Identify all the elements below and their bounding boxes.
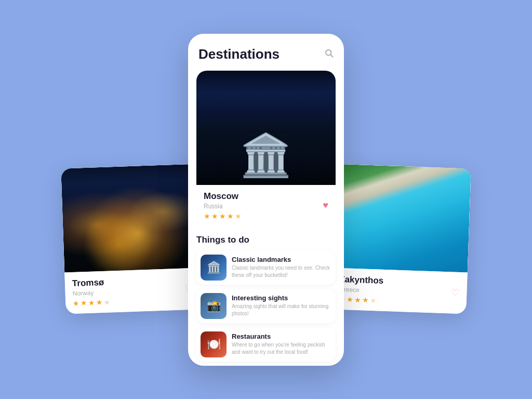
landmarks-thumbnail: 🏛️ <box>201 255 227 281</box>
tromso-image <box>61 164 200 273</box>
moscow-star-2: ★ <box>211 212 218 220</box>
activity-list: 🏛️ Classic landmarks Classic landmarks y… <box>196 250 336 362</box>
landmarks-thumb-image: 🏛️ <box>201 255 227 281</box>
landmarks-title: Classic landmarks <box>232 256 331 263</box>
things-to-do-section: Things to do 🏛️ Classic landmarks Classi… <box>188 227 344 366</box>
zak-star-2: ★ <box>347 295 354 303</box>
star-5: ★ <box>104 298 111 306</box>
featured-destination-card[interactable]: Moscow Russia ★ ★ ★ ★ ★ ♥ <box>196 71 336 227</box>
sights-title: Interesting sights <box>232 294 331 302</box>
zakynthos-text: Zakynthos Greece ★ ★ ★ ★ ★ <box>339 274 384 305</box>
moscow-stars: ★ ★ ★ ★ ★ <box>204 212 242 220</box>
moscow-city: Moscow <box>204 191 242 202</box>
tromso-text: Tromsø Norway ★ ★ ★ ★ ★ <box>72 277 111 308</box>
things-to-do-title: Things to do <box>196 235 336 245</box>
star-3: ★ <box>88 298 96 307</box>
star-1: ★ <box>73 299 80 308</box>
destination-card-tromso[interactable]: Tromsø Norway ★ ★ ★ ★ ★ ♡ <box>61 164 201 314</box>
moscow-country: Russia <box>204 203 242 210</box>
zak-star-4: ★ <box>362 296 369 304</box>
tromso-city: Tromsø <box>72 277 111 289</box>
star-4: ★ <box>96 298 103 307</box>
moscow-text: Moscow Russia ★ ★ ★ ★ ★ <box>204 191 242 220</box>
zakynthos-country: Greece <box>339 286 383 295</box>
restaurants-thumbnail: 🍽️ <box>201 331 227 357</box>
activity-item-sights[interactable]: 📸 Interesting sights Amazing sights that… <box>196 289 336 323</box>
sights-thumbnail: 📸 <box>201 293 227 319</box>
sights-text: Interesting sights Amazing sights that w… <box>232 294 331 317</box>
zakynthos-info: Zakynthos Greece ★ ★ ★ ★ ★ ♡ <box>331 268 468 314</box>
main-phone-card: Destinations Moscow Russia ★ ★ <box>188 34 344 366</box>
main-header: Destinations <box>188 34 344 71</box>
moscow-heart[interactable]: ♥ <box>323 200 328 211</box>
destination-card-zakynthos[interactable]: Zakynthos Greece ★ ★ ★ ★ ★ ♡ <box>331 164 471 314</box>
moscow-star-1: ★ <box>204 212 210 220</box>
restaurants-text: Restaurants Where to go when you're feel… <box>232 332 331 356</box>
tromso-stars: ★ ★ ★ ★ ★ <box>73 298 111 308</box>
sights-desc: Amazing sights that will make for stunni… <box>232 303 331 317</box>
moscow-info: Moscow Russia ★ ★ ★ ★ ★ ♥ <box>196 185 336 227</box>
zakynthos-heart[interactable]: ♡ <box>451 287 460 299</box>
restaurants-thumb-image: 🍽️ <box>201 331 227 357</box>
zakynthos-city: Zakynthos <box>339 274 384 286</box>
zak-star-5: ★ <box>370 296 377 304</box>
landmarks-text: Classic landmarks Classic landmarks you … <box>232 256 331 279</box>
star-2: ★ <box>81 299 88 307</box>
scene: Tromsø Norway ★ ★ ★ ★ ★ ♡ Destinations <box>63 12 469 387</box>
restaurants-desc: Where to go when you're feeling peckish … <box>232 341 331 356</box>
page-title: Destinations <box>198 46 280 62</box>
svg-line-1 <box>330 55 332 57</box>
sights-thumb-image: 📸 <box>201 293 227 319</box>
landmarks-desc: Classic landmarks you need to see. Check… <box>232 264 331 279</box>
moscow-star-5: ★ <box>235 212 242 220</box>
moscow-star-3: ★ <box>219 212 226 220</box>
zak-star-3: ★ <box>354 296 362 304</box>
restaurants-title: Restaurants <box>232 332 331 340</box>
zakynthos-image <box>332 164 471 273</box>
activity-item-restaurants[interactable]: 🍽️ Restaurants Where to go when you're f… <box>196 327 336 362</box>
zakynthos-stars: ★ ★ ★ ★ ★ <box>339 295 383 305</box>
tromso-info: Tromsø Norway ★ ★ ★ ★ ★ ♡ <box>64 268 201 314</box>
activity-item-landmarks[interactable]: 🏛️ Classic landmarks Classic landmarks y… <box>196 250 336 285</box>
tromso-country: Norway <box>72 288 110 297</box>
search-icon[interactable] <box>324 48 334 60</box>
moscow-star-4: ★ <box>227 212 234 220</box>
moscow-image <box>196 71 336 185</box>
